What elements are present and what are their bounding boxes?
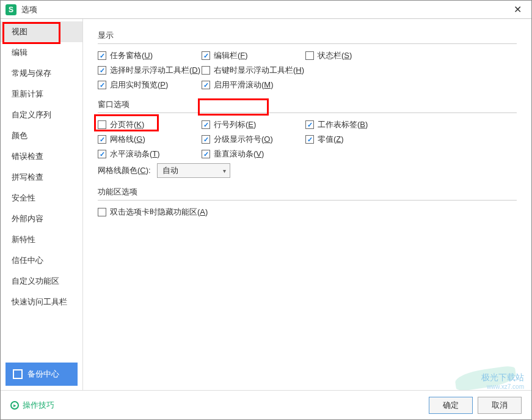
checkbox-gridlines[interactable]: 网格线(G) bbox=[98, 134, 202, 145]
sidebar: 视图编辑常规与保存重新计算自定义序列颜色错误检查拼写检查安全性外部内容新特性信任… bbox=[1, 19, 83, 391]
checkbox-label: 网格线(G) bbox=[110, 134, 145, 145]
sidebar-item-11[interactable]: 信任中心 bbox=[1, 250, 82, 271]
section-ribbon-title: 功能区选项 bbox=[98, 186, 517, 197]
checkbox-smooth-scroll[interactable]: 启用平滑滚动(M) bbox=[202, 79, 305, 90]
tips-link[interactable]: ▸ 操作技巧 bbox=[10, 400, 54, 411]
checkbox-hscroll[interactable]: 水平滚动条(T) bbox=[98, 149, 202, 160]
app-icon: S bbox=[5, 4, 16, 15]
checkbox-row-col[interactable]: 行号列标(E) bbox=[202, 119, 305, 130]
checkbox-icon bbox=[202, 150, 210, 158]
content-panel: 显示 任务窗格(U) 编辑栏(F) 状态栏(S) 选择时显示浮动工具栏(D) 右… bbox=[83, 19, 531, 391]
section-window-title: 窗口选项 bbox=[98, 99, 517, 110]
checkbox-icon bbox=[202, 66, 210, 75]
grid-color-value: 自动 bbox=[162, 165, 178, 176]
checkbox-label: 双击选项卡时隐藏功能区(A) bbox=[110, 207, 208, 218]
checkbox-icon bbox=[98, 208, 106, 216]
divider bbox=[98, 43, 517, 44]
checkbox-zero[interactable]: 零值(Z) bbox=[305, 134, 409, 145]
cancel-button[interactable]: 取消 bbox=[478, 397, 522, 414]
divider bbox=[98, 200, 517, 201]
checkbox-icon bbox=[305, 120, 314, 129]
titlebar: S 选项 ✕ bbox=[1, 1, 531, 19]
checkbox-edit-bar[interactable]: 编辑栏(F) bbox=[202, 50, 305, 61]
sidebar-item-3[interactable]: 重新计算 bbox=[1, 84, 82, 105]
sidebar-item-7[interactable]: 拼写检查 bbox=[1, 167, 82, 188]
grid-color-label: 网格线颜色(C): bbox=[98, 165, 151, 176]
window-title: 选项 bbox=[21, 4, 508, 15]
checkbox-icon bbox=[202, 51, 210, 60]
checkbox-label: 工作表标签(B) bbox=[318, 119, 368, 130]
sidebar-item-13[interactable]: 快速访问工具栏 bbox=[1, 292, 82, 312]
checkbox-label: 垂直滚动条(V) bbox=[214, 149, 264, 160]
divider bbox=[98, 112, 517, 113]
checkbox-label: 行号列标(E) bbox=[214, 119, 256, 130]
checkbox-label: 零值(Z) bbox=[318, 134, 344, 145]
sidebar-item-1[interactable]: 编辑 bbox=[1, 42, 82, 63]
tips-label: 操作技巧 bbox=[23, 400, 54, 411]
sidebar-item-2[interactable]: 常规与保存 bbox=[1, 63, 82, 84]
close-icon[interactable]: ✕ bbox=[508, 1, 527, 19]
sidebar-item-8[interactable]: 安全性 bbox=[1, 188, 82, 208]
sidebar-item-10[interactable]: 新特性 bbox=[1, 229, 82, 250]
checkbox-outline[interactable]: 分级显示符号(O) bbox=[202, 134, 305, 145]
checkbox-hide-ribbon[interactable]: 双击选项卡时隐藏功能区(A) bbox=[98, 207, 305, 218]
backup-center-button[interactable]: 备份中心 bbox=[5, 363, 78, 386]
checkbox-label: 水平滚动条(T) bbox=[110, 149, 160, 160]
section-display-title: 显示 bbox=[98, 30, 517, 41]
checkbox-sheet-tab[interactable]: 工作表标签(B) bbox=[305, 119, 409, 130]
grid-color-select[interactable]: 自动 bbox=[157, 163, 230, 178]
checkbox-icon bbox=[202, 120, 210, 129]
backup-icon bbox=[13, 369, 23, 379]
checkbox-label: 选择时显示浮动工具栏(D) bbox=[110, 65, 200, 76]
checkbox-status-bar[interactable]: 状态栏(S) bbox=[305, 50, 409, 61]
checkbox-label: 状态栏(S) bbox=[318, 50, 352, 61]
checkbox-vscroll[interactable]: 垂直滚动条(V) bbox=[202, 149, 305, 160]
ok-button[interactable]: 确定 bbox=[429, 397, 473, 414]
backup-label: 备份中心 bbox=[27, 369, 59, 380]
sidebar-item-6[interactable]: 错误检查 bbox=[1, 146, 82, 167]
checkbox-icon bbox=[98, 51, 106, 60]
checkbox-label: 编辑栏(F) bbox=[214, 50, 248, 61]
sidebar-item-4[interactable]: 自定义序列 bbox=[1, 105, 82, 125]
checkbox-label: 分页符(K) bbox=[110, 119, 144, 130]
sidebar-item-0[interactable]: 视图 bbox=[1, 21, 82, 42]
checkbox-icon bbox=[202, 135, 210, 144]
play-icon: ▸ bbox=[10, 401, 19, 410]
checkbox-label: 分级显示符号(O) bbox=[214, 134, 273, 145]
checkbox-page-break[interactable]: 分页符(K) bbox=[98, 119, 202, 130]
checkbox-icon bbox=[202, 81, 210, 89]
checkbox-label: 启用实时预览(P) bbox=[110, 79, 168, 90]
checkbox-icon bbox=[98, 66, 106, 75]
sidebar-item-9[interactable]: 外部内容 bbox=[1, 208, 82, 229]
sidebar-item-12[interactable]: 自定义功能区 bbox=[1, 271, 82, 292]
checkbox-label: 右键时显示浮动工具栏(H) bbox=[214, 65, 304, 76]
checkbox-float-right[interactable]: 右键时显示浮动工具栏(H) bbox=[202, 65, 409, 76]
checkbox-icon bbox=[305, 135, 314, 144]
checkbox-label: 启用平滑滚动(M) bbox=[214, 79, 274, 90]
checkbox-icon bbox=[305, 51, 314, 60]
checkbox-task-pane[interactable]: 任务窗格(U) bbox=[98, 50, 202, 61]
checkbox-icon bbox=[98, 81, 106, 89]
checkbox-label: 任务窗格(U) bbox=[110, 50, 153, 61]
checkbox-icon bbox=[98, 150, 106, 158]
footer: ▸ 操作技巧 确定 取消 bbox=[1, 390, 531, 419]
sidebar-item-5[interactable]: 颜色 bbox=[1, 125, 82, 146]
checkbox-icon bbox=[98, 120, 106, 129]
checkbox-float-select[interactable]: 选择时显示浮动工具栏(D) bbox=[98, 65, 202, 76]
checkbox-live-preview[interactable]: 启用实时预览(P) bbox=[98, 79, 202, 90]
checkbox-icon bbox=[98, 135, 106, 144]
